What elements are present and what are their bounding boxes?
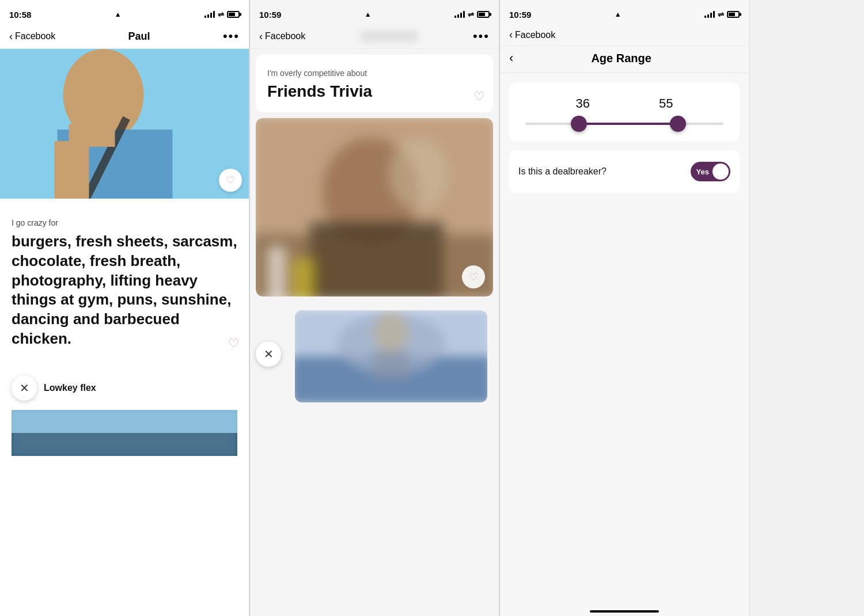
location-icon-2: ▲ — [365, 10, 372, 18]
age-slider-track[interactable] — [525, 123, 723, 125]
x-button-2[interactable]: ✕ — [256, 341, 281, 367]
blurred-name — [361, 31, 418, 42]
nav-bar-2: ‹ Facebook ••• — [250, 25, 499, 49]
photo-svg — [0, 49, 249, 199]
back-button-2[interactable]: ‹ Facebook — [259, 31, 305, 43]
slider-thumb-min[interactable] — [571, 116, 587, 132]
battery-icon-1 — [227, 11, 240, 18]
more-options-1[interactable]: ••• — [223, 29, 240, 44]
photo-heart-btn-1[interactable]: ♡ — [219, 169, 242, 192]
bar4-2 — [463, 11, 465, 18]
back-arrow-2: ‹ — [259, 31, 263, 43]
slider-thumb-max[interactable] — [670, 116, 686, 132]
svg-rect-14 — [268, 246, 286, 296]
signal-bars-1 — [204, 11, 215, 18]
profile-name: Paul — [128, 31, 150, 43]
battery-icon-2 — [477, 11, 490, 18]
status-icons-3: ⇌ — [704, 10, 740, 19]
settings-back-button[interactable]: ‹ — [509, 51, 513, 66]
settings-title: Age Range — [520, 52, 722, 65]
card-label-1: I go crazy for — [12, 218, 237, 227]
blurred-photo-svg-2 — [295, 310, 487, 402]
svg-point-19 — [373, 311, 410, 353]
back-label-3: Facebook — [515, 30, 555, 40]
photo-wrapper-1 — [256, 118, 493, 296]
photo-content — [0, 49, 249, 199]
phone-panel-2: 10:59 ▲ ⇌ ‹ Facebook ••• I'm overly comp… — [250, 0, 499, 616]
age-max-value: 55 — [659, 96, 673, 111]
svg-rect-15 — [292, 258, 316, 296]
bar3 — [210, 13, 212, 18]
age-range-section: 36 55 — [509, 82, 740, 141]
blurred-photo-svg-1 — [256, 118, 493, 296]
status-icons-1: ⇌ — [204, 10, 240, 19]
bar3-3 — [710, 13, 712, 18]
status-bar-1: 10:58 ▲ ⇌ — [0, 0, 249, 25]
bar1-2 — [454, 16, 456, 18]
battery-fill-2 — [479, 13, 485, 16]
location-icon-1: ▲ — [115, 10, 122, 18]
interest-card-2: I'm overly competitive about Friends Tri… — [256, 55, 493, 112]
age-min-value: 36 — [576, 96, 590, 111]
svg-rect-12 — [256, 234, 493, 296]
photo-heart-btn-2[interactable]: ♡ — [462, 265, 485, 288]
status-time-2: 10:59 — [259, 10, 281, 20]
phone-panel-1: 10:58 ▲ ⇌ ‹ Facebook Paul ••• — [0, 0, 249, 616]
slider-fill — [577, 123, 680, 125]
status-bar-3: 10:59 ▲ ⇌ — [500, 0, 749, 25]
bar1 — [204, 16, 206, 18]
wifi-icon-2: ⇌ — [468, 10, 474, 19]
dealbreaker-toggle[interactable]: Yes — [691, 162, 730, 181]
settings-nav: ‹ Age Range — [500, 46, 749, 73]
photo-card-1: ♡ — [256, 118, 493, 296]
lowkey-label: Lowkey flex — [44, 383, 96, 393]
phone-panel-3: 10:59 ▲ ⇌ ‹ Facebook ‹ Age Range — [500, 0, 749, 616]
back-arrow-1: ‹ — [9, 31, 13, 43]
svg-rect-5 — [55, 141, 89, 199]
interest-label-2: I'm overly competitive about — [267, 69, 482, 78]
toggle-label: Yes — [696, 168, 709, 176]
more-options-2[interactable]: ••• — [473, 29, 490, 44]
profile-photo: ♡ — [0, 49, 249, 199]
svg-rect-20 — [373, 351, 410, 381]
nav-bar-1: ‹ Facebook Paul ••• — [0, 25, 249, 49]
dealbreaker-row: Is this a dealbreaker? Yes — [509, 150, 740, 193]
status-icons-2: ⇌ — [454, 10, 490, 19]
panel2-bottom: ✕ — [250, 302, 499, 410]
dealbreaker-label: Is this a dealbreaker? — [518, 166, 607, 177]
bar2-2 — [457, 14, 459, 18]
card-heart-btn-1[interactable]: ♡ — [228, 336, 240, 351]
photo-card-2 — [295, 310, 487, 402]
bar2-3 — [707, 14, 709, 18]
back-arrow-3: ‹ — [509, 29, 513, 41]
status-time-3: 10:59 — [509, 10, 531, 20]
bar1-3 — [704, 16, 706, 18]
nav-bar-3: ‹ Facebook — [500, 25, 749, 46]
bar2 — [207, 14, 209, 18]
age-values: 36 55 — [521, 96, 728, 111]
wifi-icon-3: ⇌ — [718, 10, 724, 19]
status-bar-2: 10:59 ▲ ⇌ — [250, 0, 499, 25]
x-icon-2: ✕ — [264, 347, 274, 361]
signal-bars-3 — [704, 11, 715, 18]
home-indicator-3 — [590, 610, 659, 613]
wifi-icon-1: ⇌ — [218, 10, 224, 19]
battery-icon-3 — [727, 11, 740, 18]
interest-title-2: Friends Trivia — [267, 82, 482, 101]
lowkey-photo — [12, 410, 237, 456]
signal-bars-2 — [454, 11, 465, 18]
bar4 — [213, 11, 215, 18]
back-button-3[interactable]: ‹ Facebook — [509, 29, 555, 41]
lowkey-card: ✕ Lowkey flex — [0, 366, 249, 465]
location-icon-3: ▲ — [615, 10, 622, 18]
svg-point-13 — [389, 138, 449, 210]
interest-card-1: I go crazy for burgers, fresh sheets, sa… — [0, 204, 249, 360]
back-label-2: Facebook — [265, 31, 305, 41]
bar4-3 — [713, 11, 715, 18]
card-heart-btn-2[interactable]: ♡ — [473, 89, 485, 104]
toggle-circle — [713, 163, 729, 180]
back-button-1[interactable]: ‹ Facebook — [9, 31, 55, 43]
heart-icon-1: ♡ — [226, 174, 235, 187]
x-button-1[interactable]: ✕ — [12, 375, 37, 401]
lowkey-photo-svg — [12, 410, 237, 456]
